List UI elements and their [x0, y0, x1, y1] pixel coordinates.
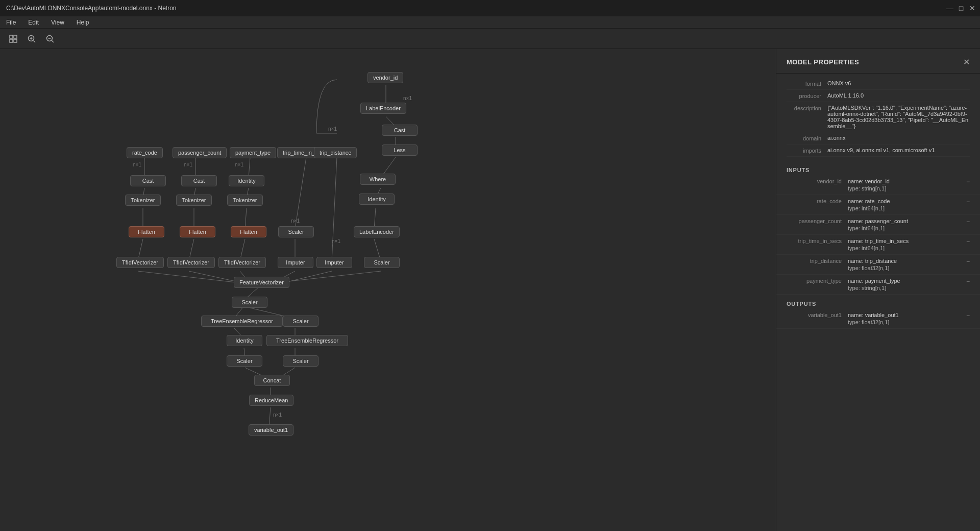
- node-imputer-trip-distance[interactable]: Imputer: [316, 257, 352, 268]
- input-trip-distance-expand[interactable]: −: [966, 258, 970, 265]
- input-vendor-id-expand[interactable]: −: [966, 178, 970, 185]
- svg-rect-2: [10, 39, 13, 42]
- node-variable-out1[interactable]: variable_out1: [249, 424, 293, 436]
- menu-help[interactable]: Help: [75, 18, 91, 27]
- node-passenger-count[interactable]: passenger_count: [173, 147, 227, 158]
- node-tfidf-rate[interactable]: TfIdfVectorizer: [116, 257, 164, 268]
- node-cast-passenger[interactable]: Cast: [181, 175, 217, 186]
- svg-line-16: [374, 208, 376, 229]
- input-payment-type-name: payment_type: [787, 278, 848, 284]
- close-button[interactable]: ✕: [969, 5, 976, 12]
- input-trip-distance-name: trip_distance: [787, 258, 848, 264]
- description-value: {"AutoMLSDKVer": "1.16.0", "ExperimentNa…: [827, 105, 970, 129]
- node-where[interactable]: Where: [360, 174, 396, 185]
- input-rate-code-details: name: rate_code type: int64[n,1]: [848, 198, 966, 211]
- zoom-out-button[interactable]: [43, 32, 57, 46]
- input-vendor-id[interactable]: vendor_id name: vendor_id type: string[n…: [776, 175, 980, 195]
- node-label-encoder-top[interactable]: LabelEncoder: [360, 103, 406, 114]
- input-passenger-count-details: name: passenger_count type: int64[n,1]: [848, 218, 966, 231]
- node-scaler-2[interactable]: Scaler: [283, 316, 318, 327]
- graph-svg: n×1 n×1 n×1 n×1 n×1 n×1 n×1 n×1: [0, 49, 776, 531]
- input-rate-code-name: rate_code: [787, 198, 848, 204]
- menu-file[interactable]: File: [4, 18, 18, 27]
- svg-line-23: [138, 271, 240, 283]
- node-reduce-mean[interactable]: ReduceMean: [249, 395, 293, 406]
- menu-view[interactable]: View: [49, 18, 66, 27]
- node-identity-payment[interactable]: Identity: [229, 175, 264, 186]
- node-feature-vectorizer[interactable]: FeatureVectorizer: [234, 277, 289, 288]
- output-variable-out1[interactable]: variable_out1 name: variable_out1 type: …: [776, 309, 980, 329]
- prop-section-format: format ONNX v6 producer AutoML 1.16.0 de…: [776, 74, 980, 161]
- input-payment-type-expand[interactable]: −: [966, 278, 970, 285]
- svg-line-37: [332, 157, 337, 261]
- node-tokenizer-payment[interactable]: Tokenizer: [227, 195, 263, 206]
- home-button[interactable]: [6, 32, 20, 46]
- input-trip-time[interactable]: trip_time_in_secs name: trip_time_in_sec…: [776, 235, 980, 255]
- imports-value: ai.onnx v9, ai.onnx.ml v1, com.microsoft…: [827, 147, 970, 153]
- input-vendor-id-details: name: vendor_id type: string[n,1]: [848, 178, 966, 191]
- node-tokenizer-rate[interactable]: Tokenizer: [125, 195, 161, 206]
- producer-label: producer: [787, 92, 827, 99]
- input-passenger-count[interactable]: passenger_count name: passenger_count ty…: [776, 215, 980, 235]
- window-controls: — □ ✕: [946, 5, 976, 12]
- input-rate-code[interactable]: rate_code name: rate_code type: int64[n,…: [776, 195, 980, 215]
- svg-text:n×1: n×1: [235, 162, 243, 167]
- format-value: ONNX v6: [827, 80, 970, 86]
- panel-close-button[interactable]: ✕: [963, 57, 970, 67]
- svg-text:n×1: n×1: [328, 126, 337, 132]
- producer-value: AutoML 1.16.0: [827, 92, 970, 99]
- node-payment-type[interactable]: payment_type: [230, 147, 276, 158]
- node-tree-ensemble-2[interactable]: TreeEnsembleRegressor: [266, 335, 348, 346]
- main-layout: n×1 n×1 n×1 n×1 n×1 n×1 n×1 n×1 vendor_i…: [0, 49, 980, 531]
- svg-rect-1: [14, 35, 17, 38]
- node-vendor-id[interactable]: vendor_id: [368, 72, 403, 83]
- zoom-in-button[interactable]: [24, 32, 39, 46]
- input-passenger-count-expand[interactable]: −: [966, 218, 970, 225]
- maximize-button[interactable]: □: [958, 5, 965, 12]
- node-scaler-trip-time[interactable]: Scaler: [278, 226, 314, 237]
- minimize-button[interactable]: —: [946, 5, 953, 12]
- node-scaler-right[interactable]: Scaler: [364, 257, 400, 268]
- node-tfidf-passenger[interactable]: TfIdfVectorizer: [167, 257, 215, 268]
- node-tfidf-payment[interactable]: TfIdfVectorizer: [218, 257, 266, 268]
- node-cast-top[interactable]: Cast: [382, 125, 418, 136]
- input-trip-time-expand[interactable]: −: [966, 238, 970, 245]
- description-label: description: [787, 105, 827, 111]
- node-imputer-trip-time[interactable]: Imputer: [278, 257, 313, 268]
- output-variable-out1-expand[interactable]: −: [966, 312, 970, 319]
- input-trip-distance[interactable]: trip_distance name: trip_distance type: …: [776, 255, 980, 275]
- node-scaler-main[interactable]: Scaler: [232, 297, 267, 308]
- title-bar: C:\Dev\AutoMLONNXConsoleApp\automl-model…: [0, 0, 980, 16]
- menu-edit[interactable]: Edit: [26, 18, 41, 27]
- input-payment-type[interactable]: payment_type name: payment_type type: st…: [776, 275, 980, 295]
- node-tree-ensemble-1[interactable]: TreeEnsembleRegressor: [201, 316, 283, 327]
- node-rate-code[interactable]: rate_code: [127, 147, 163, 158]
- input-trip-time-name: trip_time_in_secs: [787, 238, 848, 244]
- svg-line-31: [245, 208, 247, 229]
- input-payment-type-details: name: payment_type type: string[n,1]: [848, 278, 966, 291]
- node-concat[interactable]: Concat: [254, 375, 290, 386]
- node-trip-distance[interactable]: trip_distance: [314, 147, 357, 158]
- svg-rect-3: [14, 39, 17, 42]
- outputs-section-title: OUTPUTS: [776, 295, 980, 309]
- node-identity-right[interactable]: Identity: [359, 194, 395, 205]
- domain-value: ai.onnx: [827, 135, 970, 141]
- graph-canvas[interactable]: n×1 n×1 n×1 n×1 n×1 n×1 n×1 n×1 vendor_i…: [0, 49, 776, 531]
- input-rate-code-expand[interactable]: −: [966, 198, 970, 205]
- node-scaler-3[interactable]: Scaler: [227, 355, 262, 367]
- node-flatten-rate[interactable]: Flatten: [129, 226, 164, 237]
- node-scaler-4[interactable]: Scaler: [283, 355, 318, 367]
- node-flatten-payment[interactable]: Flatten: [231, 226, 266, 237]
- node-flatten-passenger[interactable]: Flatten: [180, 226, 215, 237]
- output-variable-out1-name: variable_out1: [787, 312, 848, 318]
- node-label-encoder-bottom[interactable]: LabelEncoder: [354, 226, 400, 237]
- prop-row-description: description {"AutoMLSDKVer": "1.16.0", "…: [787, 102, 970, 132]
- node-tokenizer-passenger[interactable]: Tokenizer: [176, 195, 212, 206]
- node-less[interactable]: Less: [382, 144, 418, 156]
- node-identity-bottom[interactable]: Identity: [227, 335, 262, 346]
- svg-text:n×1: n×1: [403, 95, 412, 101]
- node-cast-rate[interactable]: Cast: [130, 175, 166, 186]
- panel-title: MODEL PROPERTIES: [787, 58, 859, 66]
- svg-line-18: [288, 271, 381, 281]
- svg-line-34: [295, 157, 306, 229]
